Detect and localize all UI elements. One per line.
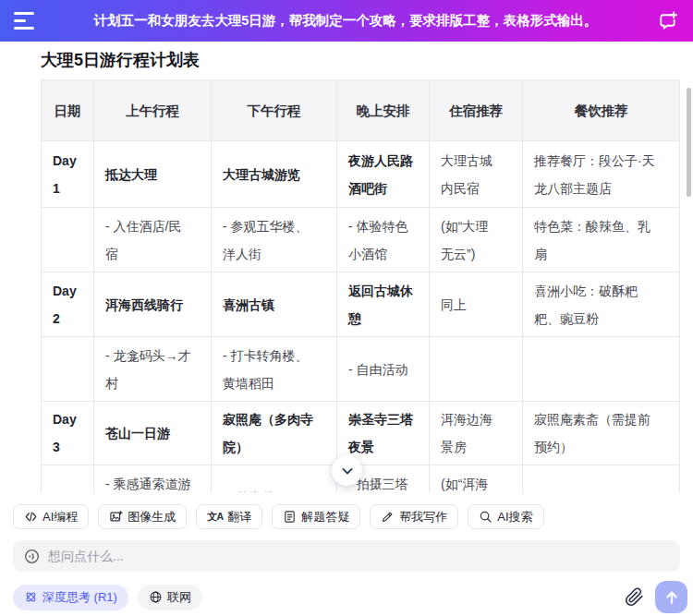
table-cell [42, 208, 94, 272]
table-cell: 寂照庵（多肉寺院） [212, 402, 337, 465]
globe-icon [149, 590, 163, 604]
table-cell: 喜洲小吃：破酥粑粑、豌豆粉 [523, 272, 680, 337]
composer-controls: 深度思考 (R1) 联网 [13, 581, 687, 613]
menu-icon[interactable] [14, 12, 36, 30]
table-cell [523, 465, 680, 493]
itinerary-table: 日期上午行程下午行程晚上安排住宿推荐餐饮推荐Day 1抵达大理大理古城游览夜游人… [41, 79, 680, 492]
table-cell: (如“洱海 [430, 465, 523, 493]
deepthink-label: 深度思考 (R1) [43, 589, 117, 606]
attachment-icon[interactable] [622, 586, 646, 610]
table-cell: (如“大理无云”) [430, 208, 523, 272]
column-header: 住宿推荐 [430, 80, 523, 141]
table-cell [42, 465, 94, 493]
app-window: 计划五一和女朋友去大理5日游，帮我制定一个攻略，要求排版工整，表格形式输出。 大… [0, 0, 693, 616]
chat-scroll-area: 大理5日游行程计划表 日期上午行程下午行程晚上安排住宿推荐餐饮推荐Day 1抵达… [0, 42, 693, 492]
table-cell: 寂照庵素斋（需提前预约） [523, 402, 680, 465]
table-cell: 同上 [430, 272, 523, 337]
table-cell: 大理古城内民宿 [430, 141, 523, 208]
scrollbar-thumb[interactable] [687, 88, 691, 197]
atom-icon [24, 590, 38, 604]
table-cell: - 龙龛码头→才村 [94, 337, 212, 402]
table-cell: 返回古城休憩 [337, 272, 430, 337]
quick-action-image[interactable]: 图像生成 [98, 504, 187, 529]
table-row: Day 1抵达大理大理古城游览夜游人民路酒吧街大理古城内民宿推荐餐厅：段公子·天… [42, 141, 680, 208]
table-row: Day 3苍山一日游寂照庵（多肉寺院）崇圣寺三塔夜景洱海边海景房寂照庵素斋（需提… [42, 402, 680, 465]
message-input[interactable] [48, 549, 670, 563]
table-cell: - 自由活动 [337, 337, 430, 402]
code-icon [24, 510, 38, 524]
table-cell: - 参观五华楼、洋人街 [212, 208, 337, 272]
table-row: Day 2洱海西线骑行喜洲古镇返回古城休憩同上喜洲小吃：破酥粑粑、豌豆粉 [42, 272, 680, 337]
quick-action-pen[interactable]: 帮我写作 [370, 504, 458, 529]
table-cell: - 乘感通索道游 [94, 465, 212, 493]
quick-actions-bar: AI编程图像生成文A翻译解题答疑帮我写作AI搜索 [13, 504, 544, 529]
column-header: 日期 [42, 80, 94, 141]
table-cell: 抵达大理 [94, 141, 212, 208]
quick-action-translate[interactable]: 文A翻译 [196, 504, 262, 529]
translate-icon: 文A [207, 510, 223, 524]
quick-action-code[interactable]: AI编程 [13, 504, 89, 529]
table-cell: 洱海边海景房 [430, 402, 523, 465]
table-cell: 夜游人民路酒吧街 [337, 141, 430, 208]
web-search-toggle[interactable]: 联网 [138, 585, 202, 610]
itinerary-title: 大理5日游行程计划表 [41, 49, 200, 71]
quick-action-document[interactable]: 解题答疑 [272, 504, 360, 529]
table-row: - 入住酒店/民宿- 参观五华楼、洋人街- 体验特色小酒馆(如“大理无云”)特色… [42, 208, 680, 272]
web-search-label: 联网 [167, 589, 191, 606]
column-header: 晚上安排 [337, 80, 430, 141]
quick-action-label: AI编程 [43, 509, 78, 525]
send-button[interactable] [655, 581, 687, 613]
table-cell: 喜洲古镇 [212, 272, 337, 337]
table-cell: 特色菜：酸辣鱼、乳扇 [523, 208, 680, 272]
top-bar: 计划五一和女朋友去大理5日游，帮我制定一个攻略，要求排版工整，表格形式输出。 [0, 0, 693, 42]
table-cell [430, 337, 523, 402]
table-cell [523, 337, 680, 402]
quick-action-search[interactable]: AI搜索 [468, 504, 543, 529]
table-cell: - 打卡转角楼、黄墙稻田 [212, 337, 337, 402]
quick-action-label: 解题答疑 [301, 509, 349, 525]
search-icon [479, 510, 492, 524]
deepthink-toggle[interactable]: 深度思考 (R1) [13, 585, 128, 610]
pen-icon [381, 510, 395, 524]
document-icon [283, 510, 297, 524]
table-cell [42, 337, 94, 402]
column-header: 上午行程 [94, 80, 212, 141]
table-row: - 龙龛码头→才村- 打卡转角楼、黄墙稻田- 自由活动 [42, 337, 680, 402]
quick-action-label: AI搜索 [497, 509, 532, 525]
scroll-down-button[interactable] [332, 455, 362, 486]
table-cell: 洱海西线骑行 [94, 272, 212, 337]
quick-action-label: 帮我写作 [399, 509, 447, 525]
conversation-title: 计划五一和女朋友去大理5日游，帮我制定一个攻略，要求排版工整，表格形式输出。 [36, 12, 655, 30]
message-input-bar[interactable] [13, 540, 680, 572]
column-header: 餐饮推荐 [523, 80, 680, 141]
column-header: 下午行程 [212, 80, 337, 141]
quick-action-label: 翻译 [227, 509, 251, 525]
table-cell: Day 1 [42, 141, 94, 208]
table-cell: - 体验特色小酒馆 [337, 208, 430, 272]
new-chat-icon[interactable] [655, 9, 679, 33]
table-cell: - 入住酒店/民宿 [94, 208, 212, 272]
table-cell: 品茶赏花 [212, 465, 337, 493]
quick-action-label: 图像生成 [128, 509, 176, 525]
voice-icon[interactable] [23, 548, 41, 565]
table-cell: Day 3 [42, 402, 94, 465]
image-icon [109, 510, 123, 524]
table-cell: 苍山一日游 [94, 402, 212, 465]
table-header-row: 日期上午行程下午行程晚上安排住宿推荐餐饮推荐 [42, 80, 680, 141]
table-cell: Day 2 [42, 272, 94, 337]
table-cell: 大理古城游览 [212, 141, 337, 208]
table-cell: 推荐餐厅：段公子·天龙八部主题店 [523, 141, 680, 208]
